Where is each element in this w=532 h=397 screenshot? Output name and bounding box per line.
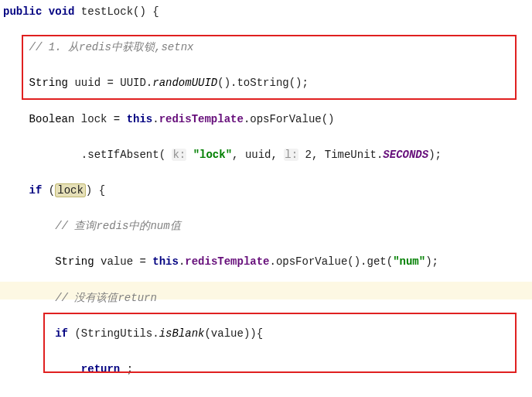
code-line: Boolean lock = this.redisTemplate.opsFor… <box>3 111 526 128</box>
code-line: if (lock) { <box>3 182 526 200</box>
code-line: String value = this.redisTemplate.opsFor… <box>3 253 526 271</box>
code-line: // 没有该值return <box>3 289 526 307</box>
code-line: // 查询redis中的num值 <box>3 217 526 235</box>
highlight-box-2 <box>43 313 517 373</box>
code-line: public void testLock() { <box>3 3 526 21</box>
highlight-box-1 <box>22 35 517 100</box>
code-editor: public void testLock() { // 1. 从redis中获取… <box>0 0 532 397</box>
code-line: .setIfAbsent( k: "lock", uuid, l: 2, Tim… <box>3 146 526 164</box>
